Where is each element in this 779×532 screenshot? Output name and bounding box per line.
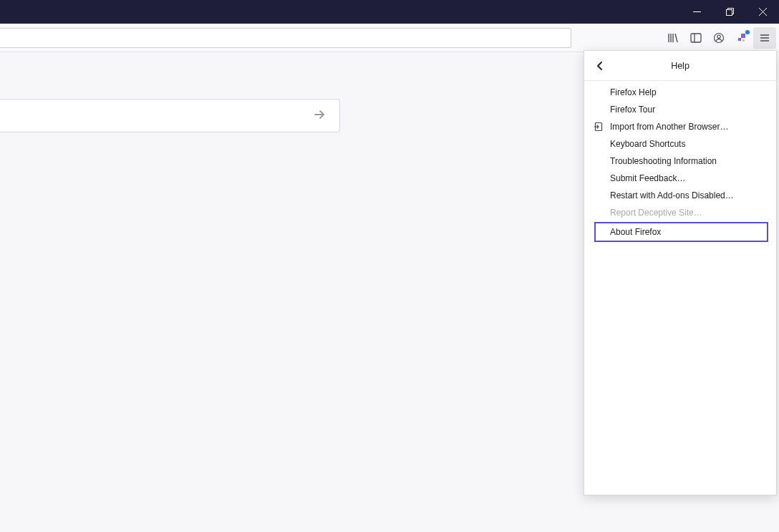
notification-dot-icon xyxy=(745,30,750,34)
menu-item-about-firefox[interactable]: About Firefox xyxy=(594,222,768,242)
menu-item-troubleshooting[interactable]: Troubleshooting Information xyxy=(584,153,776,170)
maximize-button[interactable] xyxy=(713,0,746,24)
svg-rect-1 xyxy=(691,34,701,42)
svg-rect-4 xyxy=(741,34,745,38)
url-bar[interactable] xyxy=(0,28,571,48)
menu-body: Firefox Help Firefox Tour Import from An… xyxy=(584,81,776,242)
toolbar-right xyxy=(662,27,776,49)
search-box[interactable] xyxy=(0,99,340,132)
menu-item-restart-addons-disabled[interactable]: Restart with Add-ons Disabled… xyxy=(584,187,776,204)
menu-item-keyboard-shortcuts[interactable]: Keyboard Shortcuts xyxy=(584,135,776,153)
menu-item-label: Keyboard Shortcuts xyxy=(610,139,685,149)
menu-item-label: About Firefox xyxy=(610,227,661,237)
menu-item-label: Submit Feedback… xyxy=(610,173,685,183)
menu-item-import-browser[interactable]: Import from Another Browser… xyxy=(584,118,776,135)
menu-item-firefox-tour[interactable]: Firefox Tour xyxy=(584,101,776,118)
menu-item-firefox-help[interactable]: Firefox Help xyxy=(584,84,776,101)
svg-rect-0 xyxy=(726,10,732,16)
close-button[interactable] xyxy=(746,0,779,24)
hamburger-menu-button[interactable] xyxy=(753,27,776,49)
whatsnew-button[interactable] xyxy=(730,27,753,49)
toolbar xyxy=(0,24,779,52)
svg-point-3 xyxy=(717,35,720,38)
menu-title: Help xyxy=(584,61,776,71)
menu-item-label: Troubleshooting Information xyxy=(610,156,717,166)
menu-item-report-deceptive-site: Report Deceptive Site… xyxy=(584,204,776,221)
back-button[interactable] xyxy=(590,56,610,76)
minimize-button[interactable] xyxy=(680,0,713,24)
menu-item-label: Firefox Tour xyxy=(610,105,655,115)
import-icon xyxy=(593,121,604,132)
menu-header: Help xyxy=(584,51,776,81)
sidebar-button[interactable] xyxy=(684,27,707,49)
titlebar xyxy=(0,0,779,24)
menu-item-label: Restart with Add-ons Disabled… xyxy=(610,190,734,200)
arrow-right-icon xyxy=(312,107,326,124)
library-button[interactable] xyxy=(662,27,684,49)
menu-item-label: Import from Another Browser… xyxy=(610,122,728,132)
menu-item-label: Firefox Help xyxy=(610,87,657,97)
help-menu: Help Firefox Help Firefox Tour Import fr… xyxy=(584,50,777,495)
account-button[interactable] xyxy=(707,27,730,49)
menu-item-submit-feedback[interactable]: Submit Feedback… xyxy=(584,170,776,187)
menu-item-label: Report Deceptive Site… xyxy=(610,208,702,218)
svg-rect-5 xyxy=(738,38,741,41)
svg-rect-6 xyxy=(742,39,745,42)
